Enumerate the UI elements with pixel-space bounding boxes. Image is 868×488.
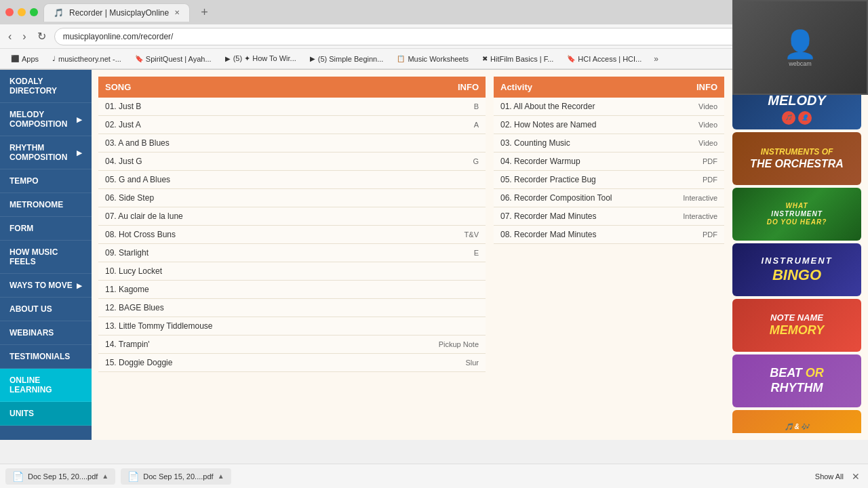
activity-info-cell: PDF: [660, 226, 724, 244]
song-info-cell: G: [366, 152, 486, 171]
activity-table-row[interactable]: 02. How Notes are Named Video: [494, 116, 724, 134]
activity-cell: 05. Recorder Practice Bug: [494, 171, 660, 189]
sidebar: KODALY DIRECTORY MELODY COMPOSITION ▶ RH…: [0, 70, 92, 440]
activity-table-row[interactable]: 08. Recorder Mad Minutes PDF: [494, 226, 724, 244]
song-table-row[interactable]: 10. Lucy Locket: [98, 262, 486, 281]
reload-button[interactable]: ↻: [35, 27, 49, 45]
activity-table-row[interactable]: 04. Recorder Warmup PDF: [494, 152, 724, 171]
last-widget-text: 🎵 & 🎶: [779, 418, 815, 433]
bookmark-hitfilm[interactable]: ✖ HitFilm Basics | F...: [477, 54, 559, 64]
tab-close-button[interactable]: ✕: [174, 9, 180, 16]
last-widget[interactable]: 🎵 & 🎶: [732, 410, 861, 433]
active-tab[interactable]: 🎵 Recorder | MusicplayOnline ✕: [43, 3, 190, 22]
activity-header-info: INFO: [660, 77, 724, 98]
bookmark-simple[interactable]: ▶ (5) Simple Beginn...: [304, 54, 389, 64]
song-table-row[interactable]: 11. Kagome: [98, 281, 486, 299]
song-info-cell: [366, 281, 486, 299]
maximize-window-button[interactable]: [30, 8, 38, 16]
song-table-row[interactable]: 03. A and B Blues: [98, 134, 486, 152]
waystomove-arrow-icon: ▶: [77, 282, 82, 289]
sidebar-metronome-label: METRONOME: [9, 200, 63, 209]
sidebar-item-units[interactable]: UNITS: [0, 402, 92, 426]
bookmark-howto[interactable]: ▶ (5) ✦ How To Wir...: [220, 53, 302, 64]
song-info-cell: Pickup Note: [366, 336, 486, 354]
bookmark-worksheets[interactable]: 📋 Music Worksheets: [391, 54, 474, 64]
song-table-row[interactable]: 14. Trampin' Pickup Note: [98, 336, 486, 354]
activity-info-cell: Interactive: [660, 207, 724, 226]
activity-table: Activity INFO 01. All About the Recorder…: [494, 77, 724, 244]
song-table-row[interactable]: 09. Starlight E: [98, 244, 486, 262]
activity-info-cell: Video: [660, 134, 724, 152]
song-cell: 07. Au clair de la lune: [98, 207, 366, 226]
bookmark-musictheory-label: musictheory.net -...: [58, 55, 121, 63]
activity-info-cell: Interactive: [660, 189, 724, 207]
sidebar-item-metronome[interactable]: METRONOME: [0, 193, 92, 217]
minimize-window-button[interactable]: [18, 8, 26, 16]
sidebar-units-label: UNITS: [9, 409, 34, 418]
beat-rhythm-widget[interactable]: BEAT or RHYTHM: [732, 354, 861, 407]
song-table-row[interactable]: 04. Just G G: [98, 152, 486, 171]
download-item-2[interactable]: 📄 Doc Sep 15, 20....pdf ▲: [121, 468, 231, 485]
sidebar-item-rhythm[interactable]: RHYTHM COMPOSITION ▶: [0, 136, 92, 169]
download-label-1: Doc Sep 15, 20....pdf: [28, 472, 98, 481]
musictheory-icon: ♩: [52, 55, 56, 62]
download-chevron-1: ▲: [102, 472, 108, 480]
download-item-1[interactable]: 📄 Doc Sep 15, 20....pdf ▲: [5, 468, 115, 485]
sidebar-item-melody[interactable]: MELODY COMPOSITION ▶: [0, 103, 92, 136]
song-table-row[interactable]: 06. Side Step: [98, 189, 486, 207]
sidebar-item-onlinelearning[interactable]: ONLINE LEARNING: [0, 369, 92, 402]
what-instrument-widget[interactable]: WHAT INSTRUMENT DO YOU HEAR?: [732, 188, 861, 241]
sidebar-item-tempo[interactable]: TEMPO: [0, 169, 92, 193]
instrument-bingo-widget[interactable]: INSTRUMENT Bingo: [732, 243, 861, 296]
new-tab-button[interactable]: +: [195, 5, 214, 20]
hitfilm-icon: ✖: [482, 55, 488, 62]
note-name-memory-widget[interactable]: note name memory: [732, 299, 861, 352]
sidebar-webinars-label: WEBINARS: [9, 328, 54, 338]
song-table-row[interactable]: 12. BAGE Blues: [98, 299, 486, 317]
bookmark-spiritquest[interactable]: 🔖 SpiritQuest | Ayah...: [130, 54, 217, 64]
url-bar[interactable]: musicplayonline.com/recorder/: [54, 28, 842, 45]
forward-button[interactable]: ›: [20, 28, 28, 45]
song-table-container: SONG INFO 01. Just B B 02. Just A A 03. …: [98, 77, 486, 433]
activity-table-row[interactable]: 06. Recorder Composition Tool Interactiv…: [494, 189, 724, 207]
bookmark-musictheory[interactable]: ♩ musictheory.net -...: [47, 54, 127, 64]
show-all-button[interactable]: Show All: [815, 472, 844, 481]
sidebar-item-testimonials[interactable]: TESTIMONIALS: [0, 345, 92, 369]
sidebar-item-form[interactable]: FORM: [0, 217, 92, 241]
song-cell: 12. BAGE Blues: [98, 299, 366, 317]
activity-cell: 07. Recorder Mad Minutes: [494, 207, 660, 226]
bookmarks-more-button[interactable]: »: [650, 53, 663, 65]
sidebar-item-kodaly[interactable]: KODALY DIRECTORY: [0, 70, 92, 103]
sidebar-aboutus-label: ABOUT US: [9, 304, 52, 314]
song-table-row[interactable]: 01. Just B B: [98, 98, 486, 116]
worksheets-icon: 📋: [397, 55, 405, 62]
close-downloads-button[interactable]: ✕: [849, 468, 863, 485]
webcam-overlay: 👤 webcam: [732, 0, 868, 95]
activity-info-cell: PDF: [660, 171, 724, 189]
bookmark-hci[interactable]: 🔖 HCI Access | HCI...: [561, 54, 647, 64]
back-button[interactable]: ‹: [5, 28, 14, 45]
sidebar-item-waystomove[interactable]: WAYS TO MOVE ▶: [0, 274, 92, 298]
activity-table-row[interactable]: 03. Counting Music Video: [494, 134, 724, 152]
song-table-row[interactable]: 15. Doggie Doggie Slur: [98, 354, 486, 372]
song-table-row[interactable]: 13. Little Tommy Tiddlemouse: [98, 317, 486, 336]
sidebar-item-webinars[interactable]: WEBINARS: [0, 321, 92, 345]
instruments-orchestra-widget[interactable]: Instruments of the Orchestra: [732, 132, 861, 185]
song-cell: 05. G and A Blues: [98, 171, 366, 189]
activity-table-row[interactable]: 07. Recorder Mad Minutes Interactive: [494, 207, 724, 226]
song-table: SONG INFO 01. Just B B 02. Just A A 03. …: [98, 77, 486, 372]
sidebar-item-howmusicfeels[interactable]: HOW MUSIC FEELS: [0, 241, 92, 274]
song-table-row[interactable]: 05. G and A Blues: [98, 171, 486, 189]
song-table-row[interactable]: 07. Au clair de la lune: [98, 207, 486, 226]
activity-table-row[interactable]: 05. Recorder Practice Bug PDF: [494, 171, 724, 189]
song-cell: 06. Side Step: [98, 189, 366, 207]
rhythm-arrow-icon: ▶: [77, 149, 82, 157]
song-info-cell: Slur: [366, 354, 486, 372]
song-table-row[interactable]: 02. Just A A: [98, 116, 486, 134]
activity-table-row[interactable]: 01. All About the Recorder Video: [494, 98, 724, 116]
close-window-button[interactable]: [5, 8, 14, 16]
sidebar-item-aboutus[interactable]: ABOUT US: [0, 298, 92, 321]
bookmark-apps[interactable]: ⬛ Apps: [5, 54, 44, 64]
song-table-row[interactable]: 08. Hot Cross Buns T&V: [98, 226, 486, 244]
sidebar-rhythm-label: RHYTHM COMPOSITION: [9, 143, 77, 162]
